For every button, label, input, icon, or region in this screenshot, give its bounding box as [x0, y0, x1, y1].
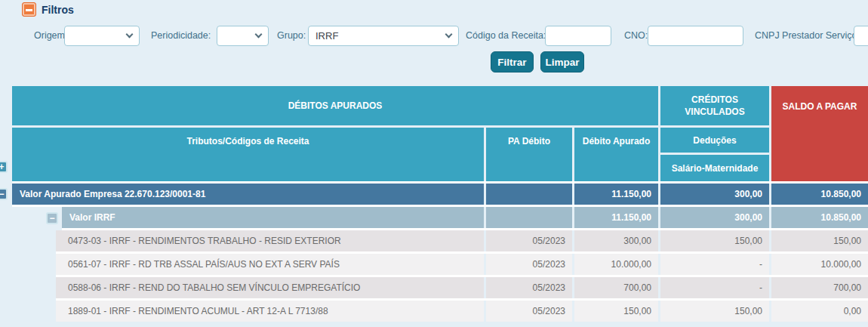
detail-debito-apurado: 700,00	[574, 277, 658, 298]
collapse-grupo-icon[interactable]: −	[46, 212, 58, 224]
detail-saldo: 700,00	[771, 277, 868, 298]
detail-debito-apurado: 300,00	[574, 230, 658, 251]
origem-label: Origem:	[34, 26, 67, 46]
grupo-saldo: 10.850,00	[771, 207, 868, 228]
table-row-empresa[interactable]: Valor Apurado Empresa 22.670.123/0001-81…	[12, 184, 868, 205]
detail-codigo: 0473-03 - IRRF - RENDIMENTOS TRABALHO - …	[56, 230, 484, 251]
detail-debito-apurado: 150,00	[574, 301, 658, 322]
cnpj-prestador-input[interactable]	[854, 26, 868, 46]
detail-saldo: 150,00	[771, 230, 868, 251]
header-deducoes: Deduções	[660, 128, 769, 153]
detail-pa-debito: 05/2023	[486, 277, 572, 298]
table-header: DÉBITOS APURADOS CRÉDITOS VINCULADOS SAL…	[12, 86, 868, 181]
table-row-detail[interactable]: 1889-01 - IRRF - RENDIMENTO ACUMUL - ART…	[56, 301, 868, 322]
table-row-detail[interactable]: 0588-06 - IRRF - REND DO TABALHO SEM VÍN…	[56, 277, 868, 298]
detail-codigo: 0561-07 - IRRF - RD TRB ASSAL PAÍS/AUS N…	[56, 254, 484, 275]
empresa-debito-apurado: 11.150,00	[574, 184, 658, 205]
detail-debito-apurado: 10.000,00	[574, 254, 658, 275]
empresa-pa-debito	[486, 184, 572, 205]
header-salario-maternidade: Salário-Maternidade	[660, 155, 769, 181]
header-debitos-apurados: DÉBITOS APURADOS	[12, 86, 658, 125]
detail-deducoes: -	[660, 254, 769, 275]
minus-glyph	[26, 9, 32, 11]
codigo-receita-input[interactable]	[545, 26, 611, 46]
detail-deducoes: -	[660, 277, 769, 298]
origem-select[interactable]	[64, 26, 140, 46]
chevron-down-icon	[255, 31, 263, 39]
detail-pa-debito: 05/2023	[486, 301, 572, 322]
grupo-deducoes: 300,00	[660, 207, 769, 228]
header-pa-debito: PA Débito	[486, 128, 572, 181]
grupo-debito-apurado: 11.150,00	[574, 207, 658, 228]
grupo-select[interactable]: IRRF	[308, 26, 459, 46]
chevron-down-icon	[445, 31, 453, 39]
periodicidade-select[interactable]	[217, 26, 269, 46]
codigo-receita-label: Código da Receita:	[466, 26, 546, 46]
chevron-down-icon	[126, 31, 134, 39]
grupo-pa-debito	[486, 207, 572, 228]
periodicidade-label: Periodicidade:	[151, 26, 211, 46]
table-row-grupo-irrf[interactable]: Valor IRRF 11.150,00 300,00 10.850,00	[62, 207, 868, 228]
detail-deducoes: 150,00	[660, 301, 769, 322]
grupo-label: Grupo:	[277, 26, 306, 46]
detail-saldo: 10.000,00	[771, 254, 868, 275]
header-saldo-a-pagar: SALDO A PAGAR	[771, 86, 868, 181]
filters-section-title: Filtros	[42, 4, 74, 16]
dctf-debitos-creditos-page: Filtros Origem: Periodicidade: Grupo: IR…	[0, 0, 868, 327]
table-row-detail[interactable]: 0473-03 - IRRF - RENDIMENTOS TRABALHO - …	[56, 230, 868, 251]
empresa-saldo: 10.850,00	[771, 184, 868, 205]
cno-label: CNO:	[624, 26, 648, 46]
detail-pa-debito: 05/2023	[486, 230, 572, 251]
detail-pa-debito: 05/2023	[486, 254, 572, 275]
header-creditos-vinculados: CRÉDITOS VINCULADOS	[660, 86, 769, 125]
detail-codigo: 1889-01 - IRRF - RENDIMENTO ACUMUL - ART…	[56, 301, 484, 322]
detail-codigo: 0588-06 - IRRF - REND DO TABALHO SEM VÍN…	[56, 277, 484, 298]
detail-saldo: 0,00	[771, 301, 868, 322]
header-tributos-codigos: Tributos/Códigos de Receita	[12, 128, 484, 181]
grupo-select-value: IRRF	[315, 30, 338, 42]
expand-all-icon[interactable]: +	[0, 161, 8, 173]
filtrar-button[interactable]: Filtrar	[491, 51, 534, 72]
collapse-filters-icon[interactable]	[22, 2, 36, 17]
grupo-row-label: Valor IRRF	[62, 207, 484, 228]
header-debito-apurado: Débito Apurado	[574, 128, 658, 181]
collapse-empresa-icon[interactable]: −	[0, 188, 8, 200]
cno-input[interactable]	[648, 26, 743, 46]
detail-deducoes: 150,00	[660, 230, 769, 251]
limpar-button[interactable]: Limpar	[540, 51, 584, 72]
empresa-deducoes: 300,00	[660, 184, 769, 205]
empresa-label: Valor Apurado Empresa 22.670.123/0001-81	[12, 184, 484, 205]
table-row-detail[interactable]: 0561-07 - IRRF - RD TRB ASSAL PAÍS/AUS N…	[56, 254, 868, 275]
cnpj-prestador-label: CNPJ Prestador Serviço:	[755, 26, 860, 46]
